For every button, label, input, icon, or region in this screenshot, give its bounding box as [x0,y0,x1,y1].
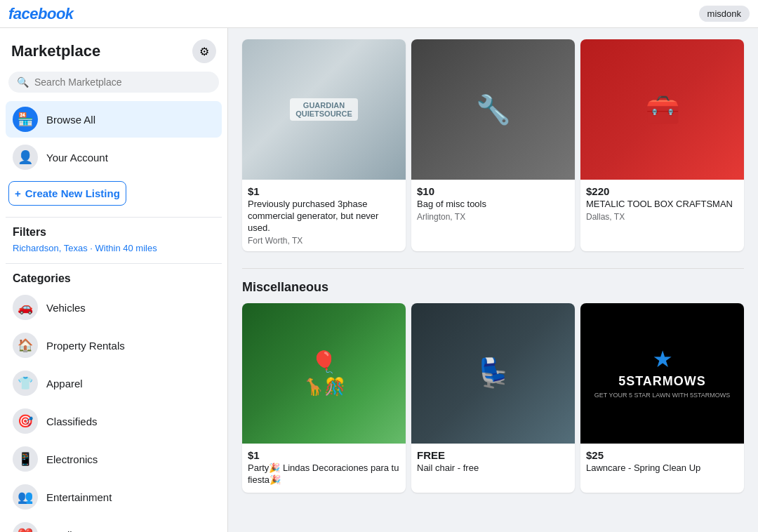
chair-image-emoji: 💺 [476,357,511,390]
generator-image-label: GUARDIANQUIETSOURCE [290,98,358,121]
product-card-m3[interactable]: ★ 5STARMOWS GET YOUR 5 STAR LAWN WITH 5S… [580,303,744,493]
product-image-m1: 🎈 🦒🎊 [242,303,406,444]
product-card-p2[interactable]: 🔧 $10 Bag of misc tools Arlington, TX [411,39,575,251]
tools-image-emoji: 🔧 [476,93,511,126]
product-price-p3: $220 [586,185,738,197]
sidebar-item-family[interactable]: ❤️ Family [6,517,222,532]
product-info-m3: $25 Lawncare - Spring Clean Up [580,444,744,481]
user-chip[interactable]: misdonk [699,6,750,22]
create-new-listing-button[interactable]: + Create New Listing [8,181,126,206]
search-input[interactable] [34,77,211,88]
electronics-icon: 📱 [13,446,38,472]
party-image-emoji2: 🦒🎊 [303,377,345,397]
product-info-m1: $1 Party🎉 Lindas Decoraciones para tu fi… [242,444,406,493]
divider-1 [6,217,222,218]
settings-button[interactable]: ⚙ [192,39,216,63]
product-price-m3: $25 [586,449,738,461]
top-products-grid: GUARDIANQUIETSOURCE $1 Previously purcha… [242,39,744,251]
classifieds-label: Classifieds [46,415,98,427]
product-price-p1: $1 [248,185,400,197]
product-info-p3: $220 METALIC TOOL BOX CRAFTSMAN Dallas, … [580,180,744,227]
account-icon: 👤 [13,145,38,170]
product-image-p3: 🧰 [580,39,744,180]
sidebar-item-apparel[interactable]: 👕 Apparel [6,365,222,401]
product-title-p1: Previously purchased 3phase commercial g… [248,199,400,234]
browse-all-icon: 🏪 [13,107,38,132]
sidebar: Marketplace ⚙ 🔍 🏪 Browse All 👤 Your Acco… [0,28,228,532]
facebook-logo: facebook [8,5,74,23]
your-account-label: Your Account [46,152,108,164]
starmows-logo-star: ★ [653,348,671,371]
property-rentals-label: Property Rentals [46,340,125,352]
product-location-p2: Arlington, TX [417,212,569,222]
product-card-m1[interactable]: 🎈 🦒🎊 $1 Party🎉 Lindas Decoraciones para … [242,303,406,493]
sidebar-item-entertainment[interactable]: 👥 Entertainment [6,479,222,515]
product-title-p3: METALIC TOOL BOX CRAFTSMAN [586,199,738,211]
product-image-m3: ★ 5STARMOWS GET YOUR 5 STAR LAWN WITH 5S… [580,303,744,444]
product-card-m2[interactable]: 💺 FREE Nail chair - free [411,303,575,493]
vehicles-label: Vehicles [46,302,86,314]
product-card-p3[interactable]: 🧰 $220 METALIC TOOL BOX CRAFTSMAN Dallas… [580,39,744,251]
divider-2 [6,263,222,264]
toolbox-image-emoji: 🧰 [645,93,680,126]
product-info-m2: FREE Nail chair - free [411,444,575,481]
section-divider [242,268,744,269]
family-label: Family [46,529,77,533]
product-title-m2: Nail chair - free [417,463,569,474]
product-title-m1: Party🎉 Lindas Decoraciones para tu fiest… [248,463,400,486]
electronics-label: Electronics [46,453,98,465]
misc-heading: Miscellaneous [242,280,744,295]
layout: Marketplace ⚙ 🔍 🏪 Browse All 👤 Your Acco… [0,28,758,532]
plus-icon: + [15,187,21,199]
gear-icon: ⚙ [199,45,209,58]
sidebar-title-row: Marketplace ⚙ [6,36,222,72]
product-image-m2: 💺 [411,303,575,444]
product-info-p1: $1 Previously purchased 3phase commercia… [242,180,406,251]
product-title-m3: Lawncare - Spring Clean Up [586,463,738,474]
product-location-p1: Fort Worth, TX [248,236,400,246]
classifieds-icon: 🎯 [13,408,38,434]
sidebar-title: Marketplace [11,42,100,60]
product-image-p1: GUARDIANQUIETSOURCE [242,39,406,180]
location-filter[interactable]: Richardson, Texas · Within 40 miles [6,243,222,260]
product-price-m2: FREE [417,449,569,461]
entertainment-icon: 👥 [13,484,38,510]
sidebar-item-electronics[interactable]: 📱 Electronics [6,441,222,477]
search-icon: 🔍 [17,77,29,88]
misc-products-grid: 🎈 🦒🎊 $1 Party🎉 Lindas Decoraciones para … [242,303,744,493]
product-image-p2: 🔧 [411,39,575,180]
vehicles-icon: 🚗 [13,295,38,320]
sidebar-item-property-rentals[interactable]: 🏠 Property Rentals [6,327,222,364]
main-content: GUARDIANQUIETSOURCE $1 Previously purcha… [228,28,758,532]
filters-label: Filters [6,220,222,243]
create-listing-label: Create New Listing [25,187,120,199]
product-info-p2: $10 Bag of misc tools Arlington, TX [411,180,575,227]
miscellaneous-section: Miscellaneous 🎈 🦒🎊 $1 Party🎉 Lindas Deco… [242,280,744,493]
property-rentals-icon: 🏠 [13,333,38,358]
party-image-emoji: 🎈 [311,350,337,374]
product-price-p2: $10 [417,185,569,197]
product-title-p2: Bag of misc tools [417,199,569,211]
product-card-p1[interactable]: GUARDIANQUIETSOURCE $1 Previously purcha… [242,39,406,251]
starmows-logo-text: 5STARMOWS [618,374,706,389]
entertainment-label: Entertainment [46,491,112,503]
apparel-label: Apparel [46,378,83,390]
search-bar: 🔍 [8,72,219,93]
categories-label: Categories [6,267,222,289]
starmows-tagline: GET YOUR 5 STAR LAWN WITH 5STARMOWS [594,392,731,399]
top-nav: facebook misdonk [0,0,758,28]
browse-all-label: Browse All [46,114,95,126]
apparel-icon: 👕 [13,371,38,396]
product-price-m1: $1 [248,449,400,461]
browse-all-nav-item[interactable]: 🏪 Browse All [6,101,222,138]
sidebar-item-classifieds[interactable]: 🎯 Classifieds [6,403,222,439]
sidebar-item-vehicles[interactable]: 🚗 Vehicles [6,289,222,326]
family-icon: ❤️ [13,522,38,532]
product-location-p3: Dallas, TX [586,212,738,222]
your-account-nav-item[interactable]: 👤 Your Account [6,139,222,175]
